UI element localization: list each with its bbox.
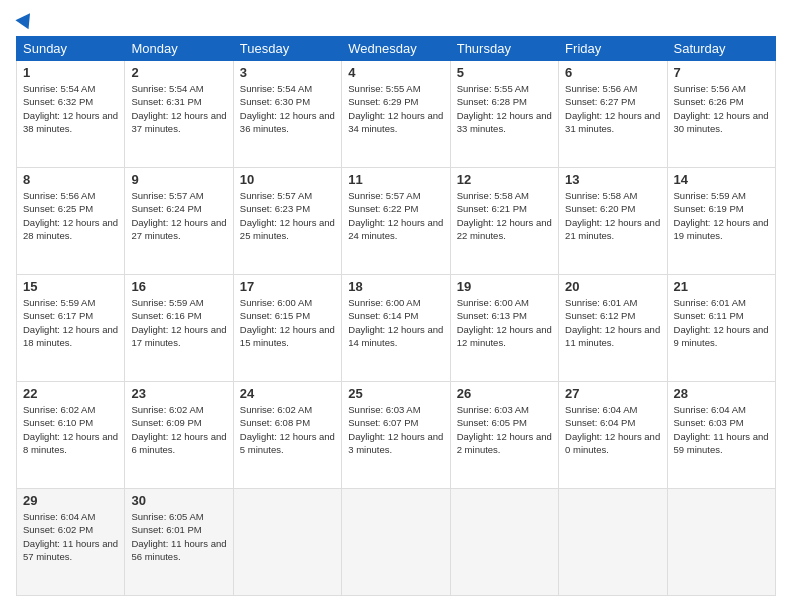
day-info: Sunrise: 6:02 AM Sunset: 6:08 PM Dayligh… [240, 403, 335, 456]
day-info: Sunrise: 5:56 AM Sunset: 6:27 PM Dayligh… [565, 82, 660, 135]
day-info: Sunrise: 5:56 AM Sunset: 6:26 PM Dayligh… [674, 82, 769, 135]
day-header-sunday: Sunday [17, 37, 125, 61]
calendar-cell: 9 Sunrise: 5:57 AM Sunset: 6:24 PM Dayli… [125, 168, 233, 275]
day-header-tuesday: Tuesday [233, 37, 341, 61]
day-number: 16 [131, 279, 226, 294]
day-number: 14 [674, 172, 769, 187]
calendar-cell: 20 Sunrise: 6:01 AM Sunset: 6:12 PM Dayl… [559, 275, 667, 382]
calendar-cell: 30 Sunrise: 6:05 AM Sunset: 6:01 PM Dayl… [125, 489, 233, 596]
day-info: Sunrise: 5:59 AM Sunset: 6:16 PM Dayligh… [131, 296, 226, 349]
day-number: 12 [457, 172, 552, 187]
calendar-cell: 3 Sunrise: 5:54 AM Sunset: 6:30 PM Dayli… [233, 61, 341, 168]
day-info: Sunrise: 6:04 AM Sunset: 6:02 PM Dayligh… [23, 510, 118, 563]
logo-triangle-icon [15, 9, 36, 30]
day-number: 17 [240, 279, 335, 294]
day-number: 7 [674, 65, 769, 80]
day-number: 27 [565, 386, 660, 401]
calendar-cell: 28 Sunrise: 6:04 AM Sunset: 6:03 PM Dayl… [667, 382, 775, 489]
calendar-week-3: 15 Sunrise: 5:59 AM Sunset: 6:17 PM Dayl… [17, 275, 776, 382]
day-number: 15 [23, 279, 118, 294]
calendar-cell: 2 Sunrise: 5:54 AM Sunset: 6:31 PM Dayli… [125, 61, 233, 168]
calendar-cell: 29 Sunrise: 6:04 AM Sunset: 6:02 PM Dayl… [17, 489, 125, 596]
calendar-cell: 10 Sunrise: 5:57 AM Sunset: 6:23 PM Dayl… [233, 168, 341, 275]
day-number: 30 [131, 493, 226, 508]
day-info: Sunrise: 6:04 AM Sunset: 6:04 PM Dayligh… [565, 403, 660, 456]
calendar-week-4: 22 Sunrise: 6:02 AM Sunset: 6:10 PM Dayl… [17, 382, 776, 489]
day-info: Sunrise: 6:03 AM Sunset: 6:07 PM Dayligh… [348, 403, 443, 456]
calendar-cell: 1 Sunrise: 5:54 AM Sunset: 6:32 PM Dayli… [17, 61, 125, 168]
day-number: 5 [457, 65, 552, 80]
calendar-cell: 14 Sunrise: 5:59 AM Sunset: 6:19 PM Dayl… [667, 168, 775, 275]
logo [16, 16, 34, 26]
calendar-week-2: 8 Sunrise: 5:56 AM Sunset: 6:25 PM Dayli… [17, 168, 776, 275]
calendar-cell [233, 489, 341, 596]
day-number: 11 [348, 172, 443, 187]
calendar-cell: 24 Sunrise: 6:02 AM Sunset: 6:08 PM Dayl… [233, 382, 341, 489]
calendar-cell [450, 489, 558, 596]
day-number: 13 [565, 172, 660, 187]
day-number: 20 [565, 279, 660, 294]
day-info: Sunrise: 5:55 AM Sunset: 6:29 PM Dayligh… [348, 82, 443, 135]
day-info: Sunrise: 5:58 AM Sunset: 6:21 PM Dayligh… [457, 189, 552, 242]
day-info: Sunrise: 6:02 AM Sunset: 6:10 PM Dayligh… [23, 403, 118, 456]
day-number: 24 [240, 386, 335, 401]
day-info: Sunrise: 6:04 AM Sunset: 6:03 PM Dayligh… [674, 403, 769, 456]
header [16, 16, 776, 26]
day-number: 6 [565, 65, 660, 80]
calendar-cell: 23 Sunrise: 6:02 AM Sunset: 6:09 PM Dayl… [125, 382, 233, 489]
day-info: Sunrise: 5:56 AM Sunset: 6:25 PM Dayligh… [23, 189, 118, 242]
day-number: 10 [240, 172, 335, 187]
day-info: Sunrise: 6:01 AM Sunset: 6:11 PM Dayligh… [674, 296, 769, 349]
day-number: 3 [240, 65, 335, 80]
day-number: 21 [674, 279, 769, 294]
day-info: Sunrise: 5:57 AM Sunset: 6:23 PM Dayligh… [240, 189, 335, 242]
day-header-saturday: Saturday [667, 37, 775, 61]
day-number: 8 [23, 172, 118, 187]
calendar-cell: 5 Sunrise: 5:55 AM Sunset: 6:28 PM Dayli… [450, 61, 558, 168]
calendar-cell: 17 Sunrise: 6:00 AM Sunset: 6:15 PM Dayl… [233, 275, 341, 382]
calendar-cell: 12 Sunrise: 5:58 AM Sunset: 6:21 PM Dayl… [450, 168, 558, 275]
day-number: 25 [348, 386, 443, 401]
calendar-cell: 6 Sunrise: 5:56 AM Sunset: 6:27 PM Dayli… [559, 61, 667, 168]
day-info: Sunrise: 6:00 AM Sunset: 6:14 PM Dayligh… [348, 296, 443, 349]
calendar-cell: 25 Sunrise: 6:03 AM Sunset: 6:07 PM Dayl… [342, 382, 450, 489]
day-number: 28 [674, 386, 769, 401]
day-number: 26 [457, 386, 552, 401]
day-number: 29 [23, 493, 118, 508]
day-number: 22 [23, 386, 118, 401]
calendar-cell: 26 Sunrise: 6:03 AM Sunset: 6:05 PM Dayl… [450, 382, 558, 489]
calendar-cell: 11 Sunrise: 5:57 AM Sunset: 6:22 PM Dayl… [342, 168, 450, 275]
day-header-friday: Friday [559, 37, 667, 61]
day-header-thursday: Thursday [450, 37, 558, 61]
day-info: Sunrise: 5:58 AM Sunset: 6:20 PM Dayligh… [565, 189, 660, 242]
calendar-cell: 16 Sunrise: 5:59 AM Sunset: 6:16 PM Dayl… [125, 275, 233, 382]
day-info: Sunrise: 6:01 AM Sunset: 6:12 PM Dayligh… [565, 296, 660, 349]
calendar-cell [559, 489, 667, 596]
calendar-cell: 21 Sunrise: 6:01 AM Sunset: 6:11 PM Dayl… [667, 275, 775, 382]
day-number: 19 [457, 279, 552, 294]
day-number: 4 [348, 65, 443, 80]
day-header-monday: Monday [125, 37, 233, 61]
day-info: Sunrise: 6:02 AM Sunset: 6:09 PM Dayligh… [131, 403, 226, 456]
calendar-cell: 22 Sunrise: 6:02 AM Sunset: 6:10 PM Dayl… [17, 382, 125, 489]
calendar-week-5: 29 Sunrise: 6:04 AM Sunset: 6:02 PM Dayl… [17, 489, 776, 596]
calendar-cell: 18 Sunrise: 6:00 AM Sunset: 6:14 PM Dayl… [342, 275, 450, 382]
day-number: 1 [23, 65, 118, 80]
day-info: Sunrise: 6:03 AM Sunset: 6:05 PM Dayligh… [457, 403, 552, 456]
day-info: Sunrise: 5:54 AM Sunset: 6:32 PM Dayligh… [23, 82, 118, 135]
calendar-cell: 15 Sunrise: 5:59 AM Sunset: 6:17 PM Dayl… [17, 275, 125, 382]
day-number: 23 [131, 386, 226, 401]
calendar-cell: 27 Sunrise: 6:04 AM Sunset: 6:04 PM Dayl… [559, 382, 667, 489]
day-info: Sunrise: 5:57 AM Sunset: 6:24 PM Dayligh… [131, 189, 226, 242]
day-info: Sunrise: 5:54 AM Sunset: 6:30 PM Dayligh… [240, 82, 335, 135]
day-info: Sunrise: 6:00 AM Sunset: 6:15 PM Dayligh… [240, 296, 335, 349]
day-number: 9 [131, 172, 226, 187]
day-info: Sunrise: 5:59 AM Sunset: 6:17 PM Dayligh… [23, 296, 118, 349]
day-info: Sunrise: 6:05 AM Sunset: 6:01 PM Dayligh… [131, 510, 226, 563]
calendar-page: SundayMondayTuesdayWednesdayThursdayFrid… [0, 0, 792, 612]
day-info: Sunrise: 6:00 AM Sunset: 6:13 PM Dayligh… [457, 296, 552, 349]
day-info: Sunrise: 5:55 AM Sunset: 6:28 PM Dayligh… [457, 82, 552, 135]
calendar-table: SundayMondayTuesdayWednesdayThursdayFrid… [16, 36, 776, 596]
day-info: Sunrise: 5:59 AM Sunset: 6:19 PM Dayligh… [674, 189, 769, 242]
day-info: Sunrise: 5:54 AM Sunset: 6:31 PM Dayligh… [131, 82, 226, 135]
